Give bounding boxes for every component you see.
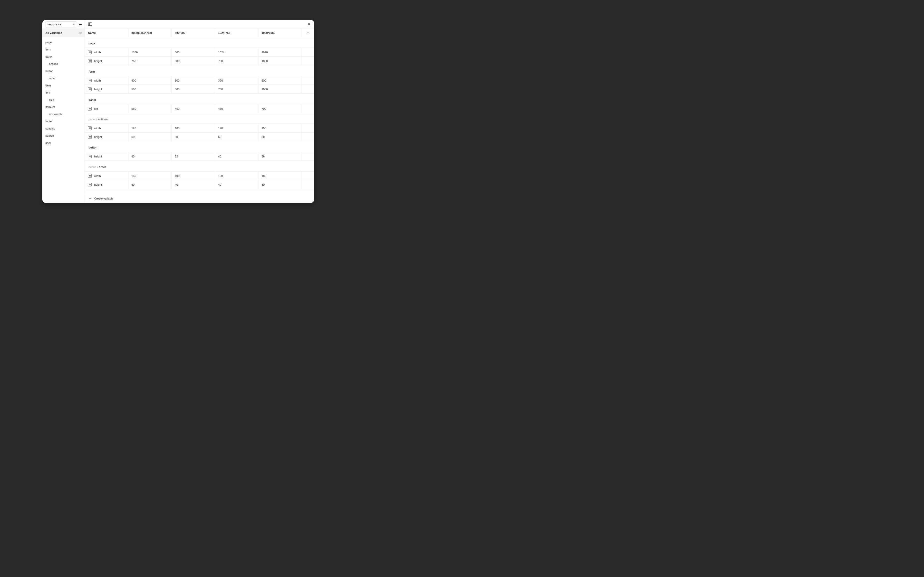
variable-value-cell[interactable]: 320 [215,76,258,85]
variable-name-cell[interactable]: width [85,48,128,56]
variable-value-cell[interactable]: 1080 [258,57,302,65]
row-tail [302,180,314,189]
variable-row[interactable]: width136680010241920 [85,48,314,57]
variable-value-cell[interactable]: 60 [215,132,258,141]
variable-name-cell[interactable]: width [85,76,128,85]
sidebar-item[interactable]: font [42,89,85,96]
variable-name-cell[interactable]: height [85,85,128,93]
sidebar-item-label: item [45,84,51,87]
variables-panel: responsive ••• All variables 29 pageform… [42,20,314,203]
variable-value-cell[interactable]: 100 [172,172,215,180]
variable-value-cell[interactable]: 120 [215,124,258,132]
variable-value-cell[interactable]: 40 [172,180,215,189]
variable-value-cell[interactable]: 60 [128,132,172,141]
column-header-mode[interactable]: 1024*768 [215,29,258,37]
sidebar-item[interactable]: size [42,96,85,103]
close-button[interactable] [307,22,311,26]
variable-name-cell[interactable]: left [85,105,128,113]
variable-name-cell[interactable]: height [85,180,128,189]
sidebar-item[interactable]: order [42,75,85,82]
variable-value-cell[interactable]: 120 [128,124,172,132]
variable-value-cell[interactable]: 100 [172,124,215,132]
variable-value-cell[interactable]: 180 [258,172,302,180]
variable-row[interactable]: height60606080 [85,132,314,141]
sidebar-item[interactable]: button [42,68,85,75]
add-mode-button[interactable] [302,29,314,37]
variable-value-cell[interactable]: 120 [215,172,258,180]
variable-row[interactable]: height7686007681080 [85,56,314,65]
sidebar-item[interactable]: item-list [42,103,85,111]
variable-value-cell[interactable]: 1024 [215,48,258,56]
variable-value-cell[interactable]: 700 [258,105,302,113]
variable-value-cell[interactable]: 560 [128,105,172,113]
chevron-down-icon [73,23,75,26]
variable-value-cell[interactable]: 1366 [128,48,172,56]
number-type-icon [88,174,92,178]
variable-row[interactable]: height50404050 [85,180,314,189]
variable-value-cell[interactable]: 1920 [258,48,302,56]
variable-name-cell[interactable]: height [85,132,128,141]
variable-row[interactable]: height5006007681080 [85,85,314,93]
sidebar-item-label: shell [45,141,51,144]
variable-value-cell[interactable]: 80 [258,132,302,141]
create-variable-button[interactable]: Create variable [85,194,314,203]
variable-value-cell[interactable]: 600 [172,57,215,65]
variable-name: height [94,88,102,91]
sidebar-all-variables[interactable]: All variables 29 [42,29,85,37]
variable-name-cell[interactable]: height [85,57,128,65]
sidebar-item[interactable]: search [42,132,85,139]
variable-value-cell[interactable]: 160 [128,172,172,180]
variable-value-cell[interactable]: 768 [128,57,172,65]
variable-row[interactable]: width400300320600 [85,76,314,85]
variable-value-cell[interactable]: 32 [172,152,215,161]
variable-name: height [94,60,102,63]
variable-value-cell[interactable]: 40 [215,152,258,161]
sidebar-item[interactable]: shell [42,139,85,147]
variable-value-cell[interactable]: 768 [215,85,258,93]
variable-name-cell[interactable]: width [85,124,128,132]
variable-value-cell[interactable]: 40 [215,180,258,189]
variable-value-cell[interactable]: 40 [128,152,172,161]
sidebar-item[interactable]: item [42,82,85,89]
more-button[interactable]: ••• [79,22,82,26]
variable-value-cell[interactable]: 150 [258,124,302,132]
variable-name-cell[interactable]: height [85,152,128,161]
sidebar-item[interactable]: panel [42,53,85,60]
sidebar-item[interactable]: form [42,46,85,53]
variable-value-cell[interactable]: 600 [172,85,215,93]
variable-value-cell[interactable]: 800 [172,48,215,56]
variable-value-cell[interactable]: 50 [258,180,302,189]
sidebar-item[interactable]: spacing [42,125,85,132]
sidebar-item[interactable]: page [42,39,85,46]
all-variables-count: 29 [79,31,82,34]
row-tail [302,124,314,132]
collection-dropdown[interactable]: responsive [45,21,77,27]
variable-value-cell[interactable]: 50 [128,180,172,189]
variable-row[interactable]: height40324056 [85,152,314,161]
number-type-icon [88,107,92,111]
column-header-mode[interactable]: 800*600 [172,29,215,37]
row-tail [302,48,314,56]
variable-value-cell[interactable]: 60 [172,132,215,141]
variable-name-cell[interactable]: width [85,172,128,180]
variable-row[interactable]: left560450460700 [85,104,314,113]
variable-value-cell[interactable]: 450 [172,105,215,113]
variable-value-cell[interactable]: 56 [258,152,302,161]
sidebar-item[interactable]: actions [42,60,85,68]
toggle-sidebar-button[interactable] [88,22,92,26]
column-header-mode[interactable]: main(1366*768) [128,29,172,37]
variable-value-cell[interactable]: 460 [215,105,258,113]
variable-value-cell[interactable]: 768 [215,57,258,65]
variable-value-cell[interactable]: 300 [172,76,215,85]
sidebar-item[interactable]: footer [42,118,85,125]
sidebar-item[interactable]: item-width [42,111,85,118]
variable-value-cell[interactable]: 600 [258,76,302,85]
variable-value-cell[interactable]: 1080 [258,85,302,93]
row-tail [302,105,314,113]
variable-row[interactable]: width120100120150 [85,124,314,132]
column-header-mode[interactable]: 1920*1080 [258,29,302,37]
main: Name main(1366*768) 800*600 1024*768 192… [85,20,314,203]
variable-value-cell[interactable]: 500 [128,85,172,93]
variable-row[interactable]: width160100120180 [85,171,314,180]
variable-value-cell[interactable]: 400 [128,76,172,85]
